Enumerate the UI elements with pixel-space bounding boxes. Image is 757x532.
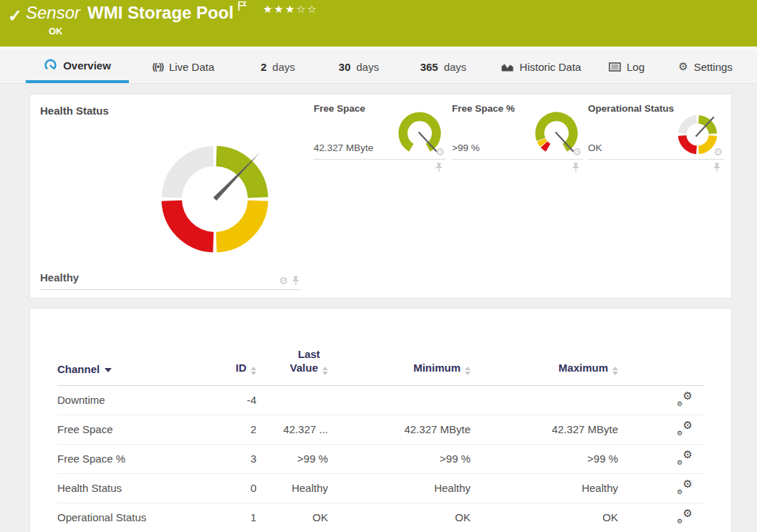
channel-settings-icon[interactable]: ⚙⚙: [677, 480, 693, 493]
channel-name: Downtime: [57, 385, 201, 415]
channels-panel: Channel ID Last Value Minimum Maximum: [29, 308, 732, 532]
tab-30-days[interactable]: 30 days: [318, 50, 400, 83]
channel-id: 0: [201, 473, 256, 503]
column-maximum[interactable]: Maximum: [471, 309, 618, 385]
health-status-section: Health Status Healthy ⚙: [30, 95, 311, 298]
channel-last-value: OK: [256, 503, 328, 532]
channel-settings-icon[interactable]: ⚙⚙: [677, 451, 693, 464]
tab-historic-data[interactable]: Historic Data: [487, 50, 594, 83]
area-chart-icon: [501, 62, 514, 72]
pin-icon[interactable]: [572, 163, 580, 173]
channel-gear-icon[interactable]: ⚙: [713, 147, 723, 157]
free-space-percent-value: >99 %: [452, 142, 480, 153]
channel-maximum: [471, 385, 618, 415]
channel-minimum: >99 %: [328, 444, 471, 473]
channel-last-value: 42.327 ...: [256, 415, 328, 444]
tab-settings[interactable]: ⚙ Settings: [659, 50, 752, 83]
free-space-value: 42.327 MByte: [314, 142, 373, 153]
health-status-value: Healthy: [40, 271, 79, 284]
column-minimum[interactable]: Minimum: [328, 309, 471, 385]
free-space-percent-title: Free Space %: [452, 103, 515, 114]
operational-status-title: Operational Status: [588, 103, 674, 114]
channel-name: Operational Status: [57, 503, 201, 532]
pin-icon[interactable]: [713, 163, 721, 173]
free-space-title: Free Space: [314, 103, 365, 114]
channel-settings-icon[interactable]: ⚙⚙: [677, 510, 693, 523]
channel-id: 1: [201, 503, 256, 532]
channel-minimum: 42.327 MByte: [328, 415, 471, 444]
channel-gear-icon[interactable]: ⚙: [279, 276, 288, 286]
tab-overview[interactable]: Overview: [26, 50, 129, 83]
channel-maximum: OK: [471, 503, 618, 532]
sort-caret-icon[interactable]: [105, 368, 112, 372]
channel-last-value: >99 %: [256, 444, 328, 473]
table-header-row: Channel ID Last Value Minimum Maximum: [57, 309, 704, 385]
channel-maximum: >99 %: [471, 444, 618, 473]
log-list-icon: [609, 62, 621, 72]
channel-last-value: Healthy: [256, 473, 328, 503]
section-rule: [40, 289, 301, 290]
table-row-health-status: Health Status 0 Healthy Healthy Healthy …: [57, 473, 704, 503]
priority-stars[interactable]: ★★★☆☆: [263, 3, 318, 16]
sort-arrows-icon[interactable]: [465, 367, 471, 375]
object-kind-label: Sensor: [26, 3, 80, 23]
tab-2-days[interactable]: 2 days: [238, 50, 318, 83]
channel-minimum: [328, 385, 471, 415]
channel-settings-icon[interactable]: ⚙⚙: [677, 392, 693, 405]
channel-gear-icon[interactable]: ⚙: [572, 147, 582, 157]
tab-bar: Overview ((•)) Live Data 2 days 30 days …: [0, 50, 757, 84]
sort-arrows-icon[interactable]: [612, 367, 618, 375]
gauges-panel: Health Status Healthy ⚙ Free Space 42.: [29, 94, 732, 299]
live-data-icon: ((•)): [153, 62, 163, 72]
page-title: WMI Storage Pool: [87, 3, 233, 23]
channel-minimum: OK: [328, 503, 471, 532]
channel-minimum: Healthy: [328, 473, 471, 503]
channel-id: -4: [201, 385, 256, 415]
sensor-status-text: OK: [49, 26, 63, 37]
flag-icon[interactable]: [238, 1, 247, 14]
settings-gear-icon: ⚙: [678, 60, 688, 73]
table-row-free-space: Free Space 2 42.327 ... 42.327 MByte 42.…: [57, 415, 704, 444]
channel-id: 3: [201, 444, 256, 473]
channel-gear-icon[interactable]: ⚙: [435, 147, 445, 157]
table-row-downtime: Downtime -4 ⚙⚙: [57, 385, 704, 415]
channel-id: 2: [201, 415, 256, 444]
tab-live-data[interactable]: ((•)) Live Data: [129, 50, 238, 83]
status-ok-check-icon: ✓: [8, 6, 22, 26]
table-row-operational-status: Operational Status 1 OK OK OK ⚙⚙: [57, 503, 704, 532]
sensor-header: ✓ Sensor WMI Storage Pool ★★★☆☆ OK: [0, 0, 757, 47]
channel-maximum: 42.327 MByte: [471, 415, 618, 444]
free-space-section: Free Space 42.327 MByte ⚙: [314, 95, 446, 160]
channel-name: Free Space: [57, 415, 201, 444]
pin-icon[interactable]: [291, 276, 300, 286]
sort-arrows-icon[interactable]: [322, 367, 328, 375]
column-last-value[interactable]: Last Value: [256, 309, 328, 385]
operational-status-value: OK: [588, 142, 602, 153]
gauge-icon: [44, 59, 57, 72]
sort-arrows-icon[interactable]: [251, 367, 256, 375]
channel-maximum: Healthy: [471, 473, 618, 503]
tab-365-days[interactable]: 365 days: [400, 50, 487, 83]
health-status-gauge: [142, 126, 288, 272]
operational-status-section: Operational Status OK ⚙: [588, 95, 724, 160]
table-row-free-space-percent: Free Space % 3 >99 % >99 % >99 % ⚙⚙: [57, 444, 704, 473]
channel-last-value: [256, 385, 328, 415]
channel-name: Health Status: [57, 473, 201, 503]
pin-icon[interactable]: [435, 163, 443, 173]
free-space-percent-section: Free Space % >99 % ⚙: [452, 95, 583, 160]
column-channel[interactable]: Channel: [57, 309, 201, 385]
column-id[interactable]: ID: [201, 309, 256, 385]
channels-table: Channel ID Last Value Minimum Maximum: [57, 309, 704, 532]
tab-log[interactable]: Log: [594, 50, 659, 83]
channel-name: Free Space %: [57, 444, 201, 473]
prtg-sensor-page: ✓ Sensor WMI Storage Pool ★★★☆☆ OK: [0, 0, 757, 532]
health-status-title: Health Status: [40, 105, 109, 117]
channel-settings-icon[interactable]: ⚙⚙: [677, 422, 693, 435]
